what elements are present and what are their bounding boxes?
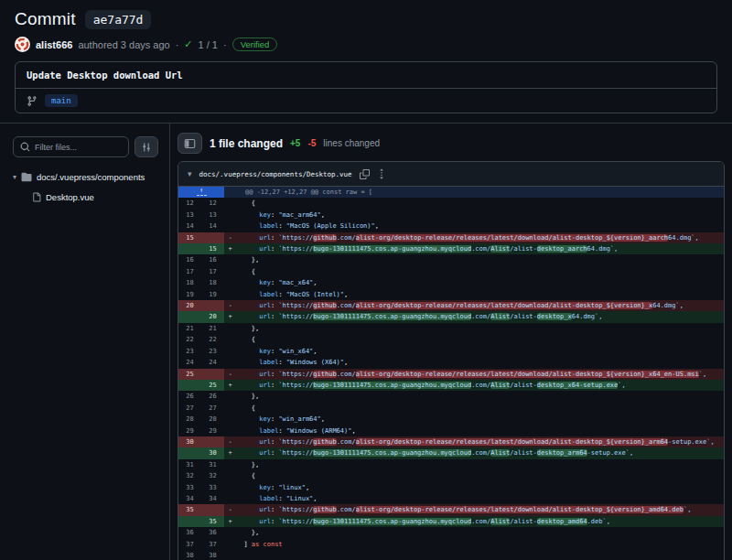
old-line-number[interactable]: 24 bbox=[178, 357, 201, 368]
code-segment: url bbox=[259, 382, 271, 389]
new-line-number[interactable]: 20 bbox=[201, 311, 224, 322]
old-line-number[interactable]: 20 bbox=[178, 300, 201, 311]
old-line-number[interactable]: 33 bbox=[178, 482, 201, 493]
old-line-number[interactable]: 15 bbox=[178, 232, 201, 243]
new-line-number[interactable]: 34 bbox=[201, 493, 224, 504]
old-line-number[interactable]: 19 bbox=[178, 289, 201, 300]
expand-up-button[interactable]: ↑ bbox=[178, 187, 224, 198]
old-line-number[interactable]: 37 bbox=[178, 539, 201, 550]
old-line-number[interactable]: 23 bbox=[178, 346, 201, 357]
new-line-number[interactable]: 19 bbox=[201, 289, 224, 300]
old-line-number[interactable] bbox=[178, 311, 201, 322]
old-line-number[interactable]: 27 bbox=[178, 403, 201, 414]
avatar[interactable] bbox=[15, 37, 30, 52]
new-line-number[interactable]: 24 bbox=[201, 357, 224, 368]
diff-code-line: url: `https://bugo-1301111475.cos.ap-gua… bbox=[236, 311, 724, 322]
unfold-options-button[interactable] bbox=[377, 168, 386, 179]
new-line-number[interactable]: 28 bbox=[201, 414, 224, 425]
old-line-number[interactable]: 38 bbox=[178, 550, 201, 560]
new-line-number[interactable]: 27 bbox=[201, 403, 224, 414]
branch-chip[interactable]: main bbox=[45, 94, 78, 107]
diff-code-line: url: `https://github.com/alist-org/deskt… bbox=[236, 369, 724, 380]
new-line-number[interactable] bbox=[201, 300, 224, 311]
new-line-number[interactable]: 14 bbox=[201, 221, 224, 232]
new-line-number[interactable]: 37 bbox=[201, 539, 224, 550]
old-line-number[interactable]: 36 bbox=[178, 527, 201, 538]
old-line-number[interactable]: 25 bbox=[178, 369, 201, 380]
new-line-number[interactable] bbox=[201, 232, 224, 243]
old-line-number[interactable] bbox=[178, 447, 201, 458]
new-line-number[interactable]: 22 bbox=[201, 334, 224, 345]
new-line-number[interactable]: 32 bbox=[201, 470, 224, 481]
old-line-number[interactable]: 34 bbox=[178, 493, 201, 504]
copy-path-button[interactable] bbox=[360, 169, 370, 179]
old-line-number[interactable]: 13 bbox=[178, 210, 201, 221]
new-line-number[interactable]: 16 bbox=[201, 254, 224, 265]
new-line-number[interactable]: 38 bbox=[201, 550, 224, 560]
new-line-number[interactable]: 30 bbox=[201, 447, 224, 458]
old-line-number[interactable]: 16 bbox=[178, 254, 201, 265]
new-line-number[interactable]: 18 bbox=[201, 277, 224, 288]
checks-count[interactable]: 1 / 1 bbox=[199, 39, 218, 50]
old-line-number[interactable]: 29 bbox=[178, 425, 201, 436]
code-segment bbox=[236, 359, 259, 366]
filter-files-input[interactable] bbox=[13, 136, 129, 157]
diff-sign bbox=[224, 459, 236, 470]
old-line-number[interactable] bbox=[178, 380, 201, 391]
old-line-number[interactable]: 26 bbox=[178, 391, 201, 402]
old-line-number[interactable] bbox=[178, 243, 201, 254]
diff-code-line: key: "mac_arm64", bbox=[236, 210, 724, 221]
collapse-file-chevron[interactable]: ▾ bbox=[188, 169, 192, 178]
separator-dot: · bbox=[176, 39, 179, 50]
new-line-number[interactable] bbox=[201, 504, 224, 515]
diff-code-line: url: `https://github.com/alist-org/deskt… bbox=[236, 504, 724, 515]
code-segment: label bbox=[259, 291, 278, 298]
old-line-number[interactable]: 30 bbox=[178, 436, 201, 447]
filter-settings-button[interactable] bbox=[135, 136, 158, 157]
new-line-number[interactable]: 25 bbox=[201, 380, 224, 391]
old-line-number[interactable]: 31 bbox=[178, 459, 201, 470]
code-segment: url bbox=[259, 302, 271, 309]
diff-row: 2727 { bbox=[178, 403, 724, 414]
new-line-number[interactable]: 17 bbox=[201, 266, 224, 277]
new-line-number[interactable] bbox=[201, 369, 224, 380]
filter-files-field[interactable] bbox=[35, 143, 122, 152]
author-link[interactable]: alist666 bbox=[36, 39, 72, 50]
old-line-number[interactable]: 22 bbox=[178, 334, 201, 345]
old-line-number[interactable]: 35 bbox=[178, 504, 201, 515]
code-segment: .com/ bbox=[337, 302, 356, 309]
diff-row: 1818 key: "mac_x64", bbox=[178, 277, 724, 288]
code-segment bbox=[236, 449, 259, 457]
old-line-number[interactable]: 28 bbox=[178, 414, 201, 425]
old-line-number[interactable]: 18 bbox=[178, 277, 201, 288]
new-line-number[interactable]: 29 bbox=[201, 425, 224, 436]
new-line-number[interactable]: 15 bbox=[201, 243, 224, 254]
tree-folder-row[interactable]: ▾ docs/.vuepress/components bbox=[13, 170, 158, 184]
file-path[interactable]: docs/.vuepress/components/Desktop.vue bbox=[199, 170, 352, 178]
diff-code-line: }, bbox=[236, 527, 724, 538]
new-line-number[interactable]: 33 bbox=[201, 482, 224, 493]
new-line-number[interactable]: 26 bbox=[201, 391, 224, 402]
diff-code-line: label: "Windows (ARM64)", bbox=[236, 425, 724, 436]
old-line-number[interactable]: 32 bbox=[178, 470, 201, 481]
new-line-number[interactable]: 35 bbox=[201, 516, 224, 527]
diff-sign: - bbox=[224, 436, 236, 447]
old-line-number[interactable] bbox=[178, 516, 201, 527]
new-line-number[interactable]: 36 bbox=[201, 527, 224, 538]
new-line-number[interactable]: 23 bbox=[201, 346, 224, 357]
new-line-number[interactable] bbox=[201, 436, 224, 447]
code-segment: `https:// bbox=[278, 506, 313, 513]
new-line-number[interactable]: 21 bbox=[201, 323, 224, 334]
old-line-number[interactable]: 12 bbox=[178, 198, 201, 209]
new-line-number[interactable]: 12 bbox=[201, 198, 224, 209]
tree-file-row[interactable]: Desktop.vue bbox=[13, 190, 158, 204]
new-line-number[interactable]: 31 bbox=[201, 459, 224, 470]
separator-dot: · bbox=[223, 39, 227, 50]
new-line-number[interactable]: 13 bbox=[201, 210, 224, 221]
old-line-number[interactable]: 14 bbox=[178, 221, 201, 232]
file-tree-toggle-button[interactable] bbox=[178, 133, 202, 154]
verified-badge[interactable]: Verified bbox=[232, 38, 278, 51]
old-line-number[interactable]: 17 bbox=[178, 266, 201, 277]
word-diff-highlight: github bbox=[313, 438, 336, 446]
old-line-number[interactable]: 21 bbox=[178, 323, 201, 334]
